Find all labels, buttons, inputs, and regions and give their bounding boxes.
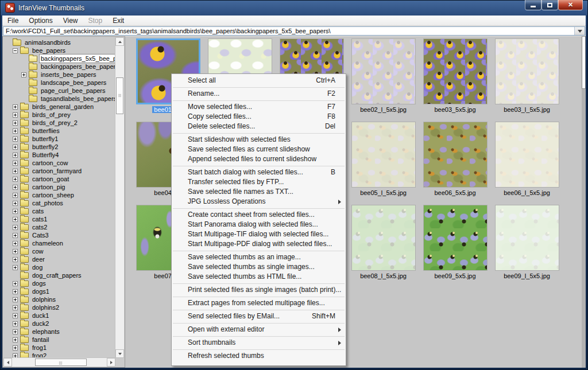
- tree-expander-icon[interactable]: [13, 337, 18, 342]
- tree-item[interactable]: dogs: [3, 279, 115, 287]
- menubar-item[interactable]: Options: [24, 15, 57, 26]
- tree-item[interactable]: duck2: [3, 320, 115, 328]
- tree-expander-icon[interactable]: [13, 185, 18, 190]
- app-icon[interactable]: [5, 3, 15, 13]
- tree-expander-icon[interactable]: [13, 48, 18, 53]
- menubar-item[interactable]: Exit: [107, 15, 129, 26]
- tree-item[interactable]: backingpapers_5x5_bee_papers: [3, 54, 115, 63]
- tree-item[interactable]: cartoon_pig: [3, 183, 115, 191]
- tree-expander-icon[interactable]: [13, 137, 18, 142]
- tree-item[interactable]: cats: [3, 207, 115, 215]
- context-menu-item[interactable]: Start Multipage-TIF dialog with selected…: [172, 229, 346, 239]
- tree-expander-icon[interactable]: [13, 153, 18, 158]
- context-menu-item[interactable]: Delete selected files... Del: [172, 122, 346, 131]
- tree-item[interactable]: duck1: [3, 311, 115, 320]
- tree-expander-icon[interactable]: [13, 120, 18, 126]
- thumbnail-cell[interactable]: bee03_5x5.jpg: [419, 37, 491, 120]
- context-menu-item[interactable]: Refresh selected thumbs: [172, 351, 346, 361]
- tree-item[interactable]: cartoon_goat: [3, 175, 115, 183]
- tree-expander-icon[interactable]: [13, 161, 18, 166]
- context-menu-item[interactable]: Extract pages from selected multipage fi…: [172, 298, 346, 308]
- context-menu-item[interactable]: Open with external editor: [172, 325, 346, 334]
- tree-expander-icon[interactable]: [13, 249, 18, 254]
- context-menu-item[interactable]: Create contact sheet from selected files…: [172, 210, 346, 220]
- tree-item[interactable]: cat_photos: [3, 199, 115, 207]
- tree-item[interactable]: butterfly2: [3, 143, 115, 151]
- context-menu-item[interactable]: Sort thumbnails: [172, 338, 346, 348]
- thumbnail-cell[interactable]: bee05_l_5x5.jpg: [347, 120, 419, 204]
- tree-expander-icon[interactable]: [13, 321, 18, 326]
- thumbnail-cell[interactable]: bee03_l_5x5.jpg: [491, 37, 563, 120]
- tree-item[interactable]: tagsandlabels_bee_papers: [3, 95, 115, 103]
- tree-item[interactable]: cats2: [3, 223, 115, 231]
- thumbnail-cell[interactable]: bee09_l_5x5.jpg: [491, 204, 563, 287]
- context-menu-item[interactable]: Append selected files to current slidesh…: [172, 154, 346, 164]
- context-menu-item[interactable]: Move selected files... F7: [172, 102, 346, 112]
- tree-vertical-scrollbar[interactable]: [115, 37, 124, 358]
- tree-item[interactable]: cartoon_sheep: [3, 191, 115, 199]
- tree-item[interactable]: elephants: [3, 328, 115, 336]
- tree-horizontal-scrollbar[interactable]: [3, 357, 115, 367]
- tree-expander-icon[interactable]: [13, 128, 18, 134]
- context-menu-item[interactable]: Send selected files by EMail... Shift+M: [172, 311, 346, 321]
- maximize-button[interactable]: [541, 0, 558, 10]
- context-menu-item[interactable]: Rename... F2: [172, 89, 346, 99]
- thumbnail-cell[interactable]: bee09_5x5.jpg: [419, 204, 491, 287]
- tree-expander-icon[interactable]: [13, 297, 18, 302]
- thumbnail-cell[interactable]: bee06_l_5x5.jpg: [491, 120, 563, 204]
- tree-expander-icon[interactable]: [13, 177, 18, 182]
- thumbnail-image[interactable]: [495, 38, 559, 104]
- thumbnails-vscroll-thumb[interactable]: [582, 36, 586, 89]
- tree-item[interactable]: cartoon_farmyard: [3, 167, 115, 175]
- tree-expander-icon[interactable]: [13, 145, 18, 150]
- context-menu-item[interactable]: JPG Lossless Operations: [172, 197, 346, 207]
- tree-item[interactable]: dolphins2: [3, 303, 115, 311]
- tree-item[interactable]: cow: [3, 247, 115, 255]
- context-menu-item[interactable]: Start Panorama dialog with selected file…: [172, 220, 346, 229]
- tree-item[interactable]: birds_general_garden: [3, 103, 115, 111]
- thumbnail-image[interactable]: [495, 122, 559, 188]
- tree-item[interactable]: landscape_bee_papers: [3, 79, 115, 87]
- context-menu-item[interactable]: Transfer selected files by FTP...: [172, 177, 346, 187]
- path-dropdown-button[interactable]: [574, 27, 585, 35]
- tree-expander-icon[interactable]: [13, 104, 18, 110]
- thumbnails-vertical-scrollbar[interactable]: [582, 36, 586, 368]
- tree-item[interactable]: birds_of_prey: [3, 111, 115, 119]
- tree-item[interactable]: dolphins: [3, 295, 115, 303]
- tree-item[interactable]: page_curl_bee_papers: [3, 87, 115, 95]
- context-menu-item[interactable]: Start batch dialog with selected files..…: [172, 168, 346, 177]
- tree-item[interactable]: cartoon_cow: [3, 159, 115, 167]
- tree-expander-icon[interactable]: [13, 305, 18, 310]
- context-menu-item[interactable]: Save selected thumbs as an image...: [172, 252, 346, 262]
- tree-expander-icon[interactable]: [13, 241, 18, 246]
- tree-expander-icon[interactable]: [13, 209, 18, 214]
- thumbnail-image[interactable]: [423, 38, 488, 104]
- thumbnail-cell[interactable]: bee02_l_5x5.jpg: [347, 37, 419, 120]
- tree-expander-icon[interactable]: [13, 169, 18, 174]
- path-text[interactable]: F:\work\FCD\1_Full_set\backingpapers_ins…: [3, 28, 574, 34]
- tree-item[interactable]: butterfly1: [3, 135, 115, 143]
- tree-item[interactable]: animalsandbirds: [3, 38, 115, 46]
- thumbnail-image[interactable]: [495, 205, 559, 271]
- tree-item[interactable]: butterflies: [3, 127, 115, 135]
- tree-expander-icon[interactable]: [13, 225, 18, 230]
- tree-item[interactable]: inserts_bee_papers: [3, 71, 115, 79]
- thumbnail-image[interactable]: [351, 122, 416, 188]
- tree-expander-icon[interactable]: [13, 265, 18, 270]
- tree-item[interactable]: fantail: [3, 336, 115, 344]
- scroll-left-button[interactable]: [3, 358, 12, 367]
- scroll-down-button[interactable]: [115, 349, 124, 358]
- tree-item[interactable]: bee_papers: [3, 46, 115, 54]
- tree-item[interactable]: Butterfly4: [3, 151, 115, 159]
- tree-expander-icon[interactable]: [13, 281, 18, 286]
- tree-item[interactable]: Cats3: [3, 231, 115, 239]
- thumbnail-cell[interactable]: bee08_l_5x5.jpg: [347, 204, 419, 287]
- close-button[interactable]: ✕: [558, 0, 583, 10]
- menubar-item[interactable]: View: [58, 15, 83, 26]
- thumbnail-image[interactable]: [351, 205, 416, 271]
- tree-item[interactable]: birds_of_prey_2: [3, 119, 115, 127]
- thumbnail-cell[interactable]: bee06_5x5.jpg: [419, 120, 491, 204]
- menubar-item[interactable]: File: [2, 15, 24, 26]
- tree-item[interactable]: chameleon: [3, 239, 115, 247]
- context-menu-item[interactable]: Start slideshow with selected files: [172, 135, 346, 145]
